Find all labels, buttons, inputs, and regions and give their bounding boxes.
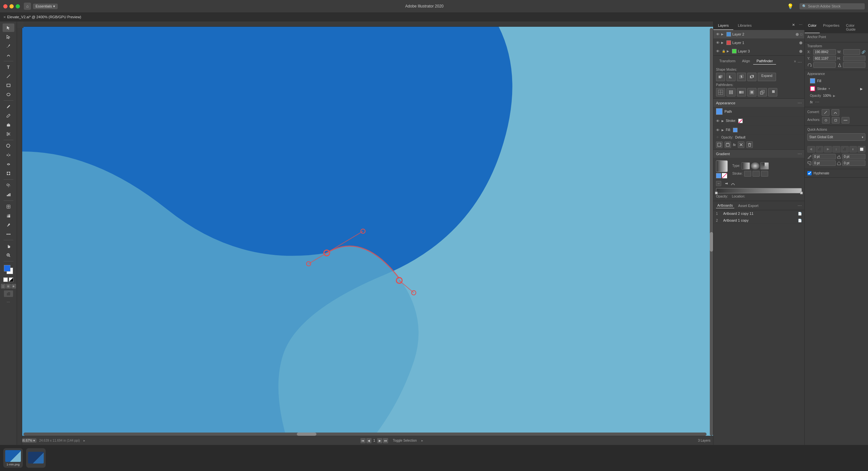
anchor-options-btn[interactable]	[842, 117, 849, 124]
align-center-v-btn[interactable]: ⬛	[841, 146, 849, 153]
convert-smooth-btn[interactable]	[832, 109, 839, 116]
align-center-h-btn[interactable]: ⬛	[816, 146, 824, 153]
taskbar-item-2[interactable]	[26, 448, 46, 468]
document-tab[interactable]: Elevate_V2.ai* @ 2400% (RGB/GPU Preview)	[7, 15, 81, 19]
new-art-basic-appearance-btn[interactable]	[716, 141, 722, 148]
first-artboard-btn[interactable]: ⏮	[361, 438, 366, 443]
layer-1-expand[interactable]: ▶	[721, 41, 725, 44]
tab-layers[interactable]: Layers	[713, 22, 733, 30]
appearance-fill-row[interactable]: 👁 ▶ Fill:	[713, 126, 804, 135]
prev-artboard-btn[interactable]: ◀	[366, 438, 372, 443]
taskbar-item-1[interactable]: 1-min.png	[3, 448, 23, 468]
gradient-fill-swatch[interactable]	[716, 173, 721, 178]
free-transform-tool[interactable]	[3, 169, 14, 178]
scissors-tool[interactable]	[3, 130, 14, 138]
remove-handles-btn[interactable]	[832, 117, 840, 124]
reflect-tool[interactable]	[3, 151, 14, 159]
divide-btn[interactable]	[716, 88, 725, 97]
layers-panel-close[interactable]: ✕	[790, 22, 797, 30]
fill-visibility[interactable]: 👁	[716, 128, 720, 132]
close-button[interactable]	[3, 4, 7, 8]
unite-btn[interactable]	[716, 73, 725, 81]
fx-badge[interactable]: fx	[810, 100, 813, 104]
vertical-scrollbar[interactable]	[710, 28, 713, 436]
tab-libraries[interactable]: Libraries	[733, 22, 756, 30]
clear-appearance-btn[interactable]	[738, 141, 744, 148]
align-left-btn[interactable]: ⫷	[807, 146, 815, 153]
appearance-stroke-row[interactable]: 👁 ▶ Stroke:	[713, 116, 804, 126]
offset-input-1[interactable]	[812, 154, 836, 159]
stroke-expand[interactable]: ▶	[721, 119, 724, 123]
layer-2-target[interactable]: ⬤	[796, 33, 799, 36]
show-handles-btn[interactable]	[822, 117, 830, 124]
tab-close-button[interactable]: ✕	[3, 15, 6, 19]
fill-expand[interactable]: ▶	[721, 128, 724, 132]
layer-2-lock[interactable]: ◻	[800, 33, 802, 36]
tab-align[interactable]: Align	[739, 58, 753, 65]
convert-corner-btn[interactable]	[822, 109, 830, 116]
trim-btn[interactable]	[726, 88, 736, 97]
ellipse-tool[interactable]	[3, 90, 14, 99]
gradient-stop-left[interactable]	[715, 192, 718, 194]
h-input[interactable]	[843, 56, 865, 61]
layer-3-visibility[interactable]: 👁	[715, 49, 720, 53]
foreground-color-swatch[interactable]	[4, 265, 10, 271]
expand-btn[interactable]: Expand	[758, 73, 776, 81]
offset-input-2[interactable]	[842, 154, 865, 159]
tab-properties[interactable]: Properties	[820, 22, 842, 33]
none-swatch[interactable]	[3, 277, 8, 282]
tab-transform[interactable]: Transform	[716, 58, 739, 65]
workspace-selector[interactable]: Essentials ▾	[33, 4, 58, 9]
layer-row-2[interactable]: 👁 ▶ Layer 2 ⬤ ◻	[713, 30, 804, 38]
start-global-edit-btn[interactable]: Start Global Edit ▾	[807, 133, 865, 141]
expand-arrow[interactable]: ▸	[422, 439, 423, 442]
pen-tool[interactable]	[3, 42, 14, 50]
offset-input-3[interactable]	[812, 160, 836, 166]
tab-pathfinder[interactable]: Pathfinder	[753, 58, 776, 65]
horizontal-scrollbar[interactable]	[24, 433, 707, 436]
minus-front-btn[interactable]	[726, 73, 736, 81]
opacity-value[interactable]: Default	[735, 136, 746, 139]
x-input[interactable]	[813, 49, 836, 55]
align-top-btn[interactable]: ⫶	[832, 146, 840, 153]
last-artboard-btn[interactable]: ⏭	[383, 438, 388, 443]
search-stock-input[interactable]: 🔍 Search Adobe Stock	[800, 3, 865, 9]
layer-2-expand[interactable]: ▶	[721, 33, 725, 36]
gradient-stroke-swatch[interactable]	[722, 173, 727, 178]
eyedropper-tool[interactable]	[3, 221, 14, 229]
curvature-tool[interactable]	[3, 51, 14, 59]
eraser-tool[interactable]	[3, 121, 14, 129]
delete-appearance-btn[interactable]	[746, 141, 753, 148]
gradient-stroke-btn-3[interactable]	[761, 171, 768, 177]
layer-3-lock[interactable]: 🔒	[722, 49, 725, 53]
hyphenate-checkbox[interactable]	[807, 171, 812, 175]
opacity-badge-value[interactable]: 100%	[823, 94, 832, 97]
gradient-panel-options[interactable]: ⋯	[798, 151, 802, 156]
type-tool[interactable]: T	[3, 63, 14, 71]
exclude-btn[interactable]	[747, 73, 756, 81]
line-tool[interactable]	[3, 72, 14, 80]
pathfinder-options[interactable]: ⋯	[798, 60, 802, 65]
pencil-tool[interactable]	[3, 111, 14, 120]
measure-tool[interactable]	[3, 230, 14, 238]
layer-row-3[interactable]: 👁 🔒 ▶ Layer 3 ⬤	[713, 47, 804, 56]
selection-tool[interactable]	[3, 24, 14, 32]
shear-input[interactable]	[843, 62, 865, 68]
stroke-badge[interactable]	[810, 86, 815, 91]
freeform-gradient-btn[interactable]	[761, 162, 769, 169]
column-graph-tool[interactable]	[3, 190, 14, 199]
artboard-2-export-icon[interactable]: 📄	[798, 219, 802, 222]
distribute-btn[interactable]: ⬜	[858, 146, 865, 153]
layer-3-expand[interactable]: ▶	[727, 49, 731, 53]
symbol-sprayer-tool[interactable]	[3, 181, 14, 190]
stroke-swatch[interactable]	[738, 119, 743, 123]
vertical-scrollbar-thumb[interactable]	[710, 232, 713, 251]
layer-1-target[interactable]: ⬤	[799, 41, 802, 44]
linear-gradient-btn[interactable]	[741, 162, 750, 169]
stroke-visibility[interactable]: 👁	[716, 119, 720, 123]
layers-panel-options[interactable]: ⋯	[797, 22, 804, 30]
more-tools-btn[interactable]: ···	[6, 300, 10, 304]
fill-swatch[interactable]	[733, 128, 738, 132]
crop-btn[interactable]	[747, 88, 756, 97]
tab-asset-export[interactable]: Asset Export	[737, 203, 760, 208]
